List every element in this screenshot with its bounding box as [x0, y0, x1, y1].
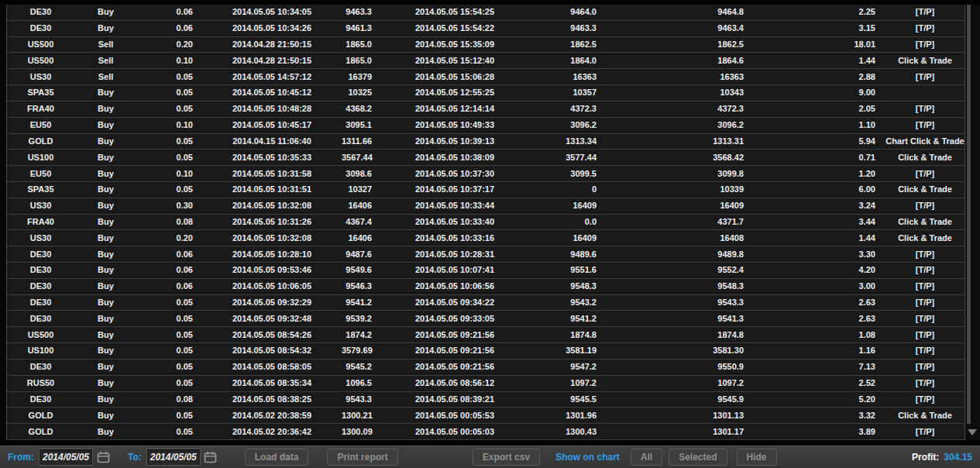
cell-close-price: 4372.3 — [528, 105, 607, 113]
table-row[interactable]: US500 Buy 0.05 2014.05.05 08:54:26 1874.… — [7, 327, 965, 343]
cell-close-price: 9547.2 — [528, 363, 607, 371]
trade-history-table: DE30 Buy 0.06 2014.05.05 10:34:05 9463.3… — [6, 5, 965, 440]
cell-method: [T/P] — [885, 363, 965, 371]
cell-close-price: 9548.3 — [528, 282, 607, 291]
table-row[interactable]: DE30 Buy 0.05 2014.05.05 09:32:48 9539.2… — [7, 311, 965, 327]
table-row[interactable]: US30 Sell 0.05 2014.05.05 14:57:12 16379… — [7, 69, 965, 85]
cell-open-time: 2014.05.05 10:34:26 — [202, 24, 342, 33]
table-row[interactable]: US500 Sell 0.10 2014.04.28 21:50:15 1865… — [7, 53, 965, 69]
cell-symbol: US500 — [7, 57, 74, 65]
cell-close-price: 9545.5 — [528, 395, 607, 404]
table-row[interactable]: US30 Buy 0.30 2014.05.05 10:32:08 16406 … — [7, 198, 965, 215]
cell-profit: 7.13 — [754, 363, 885, 371]
scrollbar-thumb[interactable] — [967, 5, 971, 424]
calendar-icon — [97, 451, 110, 463]
table-row[interactable]: EU50 Buy 0.10 2014.05.05 10:45:17 3095.1… — [7, 118, 965, 134]
table-row[interactable]: DE30 Buy 0.06 2014.05.05 10:06:05 9546.3… — [7, 279, 965, 295]
cell-method: [T/P] — [885, 282, 965, 291]
cell-current-price: 10343 — [607, 88, 754, 97]
cell-current-price: 1301.17 — [607, 428, 754, 436]
cell-profit: 6.00 — [754, 185, 885, 194]
cell-symbol: EU50 — [7, 170, 74, 178]
table-row[interactable]: GOLD Buy 0.05 2014.05.02 20:36:42 1300.0… — [7, 424, 965, 440]
cell-volume: 0.06 — [137, 266, 202, 274]
cell-close-price: 16409 — [528, 201, 607, 210]
load-data-button[interactable]: Load data — [245, 449, 309, 466]
table-row[interactable]: US30 Buy 0.20 2014.05.05 10:32:08 16406 … — [7, 230, 965, 246]
cell-close-time: 2014.05.05 09:21:56 — [382, 346, 528, 355]
cell-side: Buy — [74, 105, 137, 113]
table-row[interactable]: GOLD Buy 0.05 2014.05.02 20:38:59 1300.2… — [7, 408, 965, 424]
cell-symbol: US30 — [7, 73, 74, 81]
cell-current-price: 4372.3 — [607, 105, 754, 113]
cell-open-price: 3579.69 — [342, 346, 382, 355]
to-calendar-button[interactable] — [203, 449, 218, 465]
table-row[interactable]: DE30 Buy 0.08 2014.05.05 08:38:25 9543.3… — [7, 392, 965, 408]
cell-close-time: 2014.05.05 12:55:25 — [382, 88, 528, 97]
cell-open-time: 2014.05.05 10:35:33 — [202, 153, 342, 162]
profit-label: Profit: — [912, 452, 939, 463]
cell-side: Buy — [74, 346, 137, 355]
cell-close-time: 2014.05.05 10:33:44 — [382, 201, 528, 210]
table-row[interactable]: DE30 Buy 0.06 2014.05.05 10:28:10 9487.6… — [7, 246, 965, 263]
cell-open-price: 1874.2 — [342, 331, 382, 339]
cell-side: Sell — [74, 57, 137, 65]
cell-symbol: DE30 — [7, 298, 74, 307]
from-label: From: — [8, 452, 34, 463]
hide-button[interactable]: Hide — [737, 449, 777, 466]
table-row[interactable]: FRA40 Buy 0.05 2014.05.05 10:48:28 4368.… — [7, 102, 965, 118]
table-row[interactable]: RUS50 Buy 0.05 2014.05.05 08:35:34 1096.… — [7, 376, 965, 392]
cell-open-price: 3095.1 — [342, 121, 382, 129]
cell-open-price: 4367.4 — [342, 218, 382, 226]
cell-close-time: 2014.05.05 09:33:05 — [382, 315, 528, 323]
cell-current-price: 3096.2 — [607, 121, 754, 129]
from-calendar-button[interactable] — [95, 449, 111, 465]
table-row[interactable]: DE30 Buy 0.06 2014.05.05 10:34:26 9461.3… — [7, 21, 965, 37]
cell-symbol: FRA40 — [7, 218, 74, 226]
scrollbar-down-button[interactable] — [966, 427, 978, 438]
cell-method: [T/P] — [885, 24, 965, 33]
cell-open-time: 2014.05.05 10:34:05 — [202, 8, 342, 16]
cell-open-price: 4368.2 — [342, 105, 382, 113]
cell-profit: 5.94 — [754, 137, 885, 146]
show-selected-button[interactable]: Selected — [669, 449, 727, 466]
cell-method: Click & Trade — [885, 234, 965, 243]
cell-symbol: DE30 — [7, 395, 74, 404]
table-row[interactable]: GOLD Buy 0.05 2014.04.15 11:06:40 1311.6… — [7, 134, 965, 150]
from-date-input[interactable] — [39, 449, 93, 466]
table-row[interactable]: US500 Sell 0.20 2014.04.28 21:50:15 1865… — [7, 37, 965, 53]
table-row[interactable]: FRA40 Buy 0.08 2014.05.05 10:31:26 4367.… — [7, 215, 965, 231]
cell-symbol: SPA35 — [7, 88, 74, 97]
cell-side: Buy — [74, 315, 137, 323]
table-row[interactable]: US100 Buy 0.05 2014.05.05 10:35:33 3567.… — [7, 150, 965, 166]
cell-close-time: 2014.05.05 15:54:25 — [382, 8, 528, 16]
show-all-button[interactable]: All — [631, 449, 662, 466]
table-row[interactable]: US100 Buy 0.05 2014.05.05 08:54:32 3579.… — [7, 343, 965, 360]
cell-current-price: 3568.42 — [607, 153, 754, 162]
cell-symbol: US500 — [7, 40, 74, 49]
export-csv-button[interactable]: Export csv — [473, 449, 540, 466]
cell-open-price: 1865.0 — [342, 57, 382, 65]
cell-close-time: 2014.05.05 10:06:56 — [382, 282, 528, 291]
cell-close-time: 2014.05.05 09:21:56 — [382, 331, 528, 339]
table-row[interactable]: EU50 Buy 0.10 2014.05.05 10:31:58 3098.6… — [7, 166, 965, 182]
cell-method: [T/P] — [885, 250, 965, 259]
table-row[interactable]: DE30 Buy 0.05 2014.05.05 08:58:05 9545.2… — [7, 360, 965, 376]
cell-method: [T/P] — [885, 315, 965, 323]
cell-symbol: DE30 — [7, 8, 74, 16]
vertical-scrollbar[interactable] — [965, 5, 980, 440]
table-row[interactable]: DE30 Buy 0.05 2014.05.05 09:32:29 9541.2… — [7, 295, 965, 311]
cell-current-price: 10339 — [607, 185, 754, 194]
cell-side: Buy — [74, 8, 137, 16]
cell-close-time: 2014.05.05 10:07:41 — [382, 266, 528, 274]
table-row[interactable]: SPA35 Buy 0.05 2014.05.05 10:31:51 10327… — [7, 182, 965, 198]
cell-close-time: 2014.05.05 10:33:40 — [382, 218, 528, 226]
table-row[interactable]: SPA35 Buy 0.05 2014.05.05 10:45:12 10325… — [7, 85, 965, 102]
table-row[interactable]: DE30 Buy 0.06 2014.05.05 10:34:05 9463.3… — [7, 5, 965, 21]
cell-volume: 0.05 — [137, 379, 202, 387]
cell-side: Buy — [74, 363, 137, 371]
cell-close-price: 3096.2 — [528, 121, 607, 129]
table-row[interactable]: DE30 Buy 0.06 2014.05.05 09:53:46 9549.6… — [7, 263, 965, 279]
to-date-input[interactable] — [146, 449, 201, 466]
print-report-button[interactable]: Print report — [327, 449, 397, 466]
